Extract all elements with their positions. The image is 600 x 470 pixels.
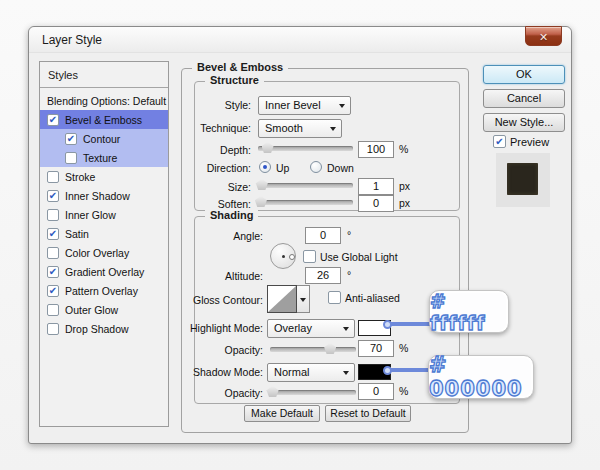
styles-list-item-pattern-overlay[interactable]: ✔Pattern Overlay [40, 281, 168, 300]
shadow-mode-label: Shadow Mode: [193, 366, 263, 378]
unchecked-checkbox-icon[interactable] [65, 152, 77, 164]
styles-list-item-blending-options-default[interactable]: Blending Options: Default [40, 91, 168, 110]
make-default-button[interactable]: Make Default [244, 405, 320, 422]
direction-down-label: Down [327, 162, 354, 174]
size-field[interactable]: 1 [358, 178, 394, 195]
style-dropdown[interactable]: Inner Bevel [258, 96, 351, 115]
gloss-contour-dropdown-arrow[interactable] [297, 285, 310, 313]
soften-slider-knob[interactable] [255, 196, 267, 207]
altitude-field[interactable]: 26 [305, 267, 341, 284]
shadow-opacity-unit: % [399, 385, 408, 397]
direction-up-radio[interactable] [259, 161, 271, 173]
styles-list-item-bevel-emboss[interactable]: ✔Bevel & Emboss [40, 110, 168, 129]
unchecked-checkbox-icon[interactable] [47, 323, 59, 335]
highlight-opacity-knob[interactable] [324, 343, 336, 354]
soften-unit: px [399, 197, 410, 209]
altitude-unit: ° [347, 269, 351, 281]
highlight-opacity-unit: % [399, 342, 408, 354]
depth-slider[interactable] [258, 146, 353, 151]
angle-field[interactable]: 0 [305, 227, 341, 244]
preview-checkbox[interactable]: ✔ [493, 135, 506, 148]
styles-list-item-satin[interactable]: ✔Satin [40, 224, 168, 243]
anti-aliased-label: Anti-aliased [345, 292, 400, 304]
size-unit: px [399, 180, 410, 192]
shadow-mode-value: Normal [274, 366, 309, 378]
shadow-opacity-slider[interactable] [270, 390, 356, 395]
highlight-callout-line [391, 322, 431, 326]
unchecked-checkbox-icon[interactable] [47, 304, 59, 316]
angle-dial[interactable] [270, 243, 296, 269]
soften-slider[interactable] [258, 200, 353, 205]
styles-list-item-label: Inner Shadow [65, 190, 130, 202]
direction-label: Direction: [207, 162, 251, 174]
highlight-mode-label: Highlight Mode: [190, 322, 263, 334]
checked-checkbox-icon[interactable]: ✔ [47, 285, 59, 297]
styles-list-item-stroke[interactable]: Stroke [40, 167, 168, 186]
close-button[interactable]: ✕ [525, 26, 562, 46]
styles-list-item-label: Bevel & Emboss [65, 114, 142, 126]
angle-unit: ° [347, 229, 351, 241]
angle-label: Angle: [233, 230, 263, 242]
ok-button[interactable]: OK [483, 65, 565, 84]
angle-dial-center-dot [282, 255, 285, 258]
direction-down-radio[interactable] [310, 161, 322, 173]
gloss-contour-label: Gloss Contour: [193, 294, 263, 306]
desktop-background: Layer Style ✕ Styles Blending Options: D… [0, 0, 600, 470]
new-style-button[interactable]: New Style... [483, 113, 565, 132]
anti-aliased-checkbox[interactable] [328, 291, 341, 304]
styles-list-item-label: Outer Glow [65, 304, 118, 316]
shadow-mode-dropdown[interactable]: Normal [267, 363, 355, 382]
highlight-opacity-label: Opacity: [224, 344, 263, 356]
cancel-button[interactable]: Cancel [483, 89, 565, 108]
chevron-down-icon [343, 327, 349, 331]
layer-style-dialog: Layer Style ✕ Styles Blending Options: D… [28, 26, 572, 444]
unchecked-checkbox-icon[interactable] [47, 171, 59, 183]
checked-checkbox-icon[interactable]: ✔ [65, 133, 77, 145]
checked-checkbox-icon[interactable]: ✔ [47, 228, 59, 240]
styles-list-item-outer-glow[interactable]: Outer Glow [40, 300, 168, 319]
styles-list-item-texture[interactable]: Texture [40, 148, 168, 167]
dialog-titlebar[interactable]: Layer Style ✕ [29, 27, 571, 53]
styles-list-item-color-overlay[interactable]: Color Overlay [40, 243, 168, 262]
highlight-mode-dropdown[interactable]: Overlay [267, 319, 355, 338]
linear-contour-icon [268, 286, 296, 312]
highlight-opacity-slider[interactable] [270, 347, 356, 352]
gloss-contour-thumbnail[interactable] [267, 285, 297, 313]
styles-list-item-inner-shadow[interactable]: ✔Inner Shadow [40, 186, 168, 205]
depth-field[interactable]: 100 [358, 141, 394, 158]
style-label: Style: [225, 99, 251, 111]
size-slider-knob[interactable] [256, 179, 268, 190]
shadow-opacity-field[interactable]: 0 [358, 383, 394, 400]
unchecked-checkbox-icon[interactable] [47, 247, 59, 259]
checked-checkbox-icon[interactable]: ✔ [47, 266, 59, 278]
shadow-opacity-knob[interactable] [267, 386, 279, 397]
direction-up-label: Up [276, 162, 289, 174]
styles-list-item-drop-shadow[interactable]: Drop Shadow [40, 319, 168, 338]
highlight-hex-callout: # ffffff [429, 290, 509, 333]
checked-checkbox-icon[interactable]: ✔ [47, 114, 59, 126]
technique-dropdown[interactable]: Smooth [258, 119, 342, 138]
size-slider[interactable] [258, 183, 353, 188]
use-global-light-checkbox[interactable] [303, 250, 316, 263]
technique-dropdown-value: Smooth [265, 122, 303, 134]
reset-to-default-button[interactable]: Reset to Default [325, 405, 411, 422]
depth-slider-knob[interactable] [262, 142, 274, 153]
styles-list-item-gradient-overlay[interactable]: ✔Gradient Overlay [40, 262, 168, 281]
styles-list-item-contour[interactable]: ✔Contour [40, 129, 168, 148]
technique-label: Technique: [200, 122, 251, 134]
soften-field[interactable]: 0 [358, 195, 394, 212]
structure-title: Structure [205, 74, 264, 86]
highlight-opacity-field[interactable]: 70 [358, 340, 394, 357]
styles-list-item-label: Blending Options: Default [47, 95, 166, 107]
styles-list-item-inner-glow[interactable]: Inner Glow [40, 205, 168, 224]
angle-dial-handle[interactable] [289, 254, 295, 260]
checked-checkbox-icon[interactable]: ✔ [47, 190, 59, 202]
styles-list-item-label: Color Overlay [65, 247, 129, 259]
styles-panel-header: Styles [40, 62, 168, 88]
preview-thumbnail [496, 153, 550, 207]
styles-list-item-label: Inner Glow [65, 209, 116, 221]
styles-list-item-label: Satin [65, 228, 89, 240]
unchecked-checkbox-icon[interactable] [47, 209, 59, 221]
styles-list-item-label: Gradient Overlay [65, 266, 144, 278]
styles-panel: Styles Blending Options: Default✔Bevel &… [39, 61, 169, 427]
